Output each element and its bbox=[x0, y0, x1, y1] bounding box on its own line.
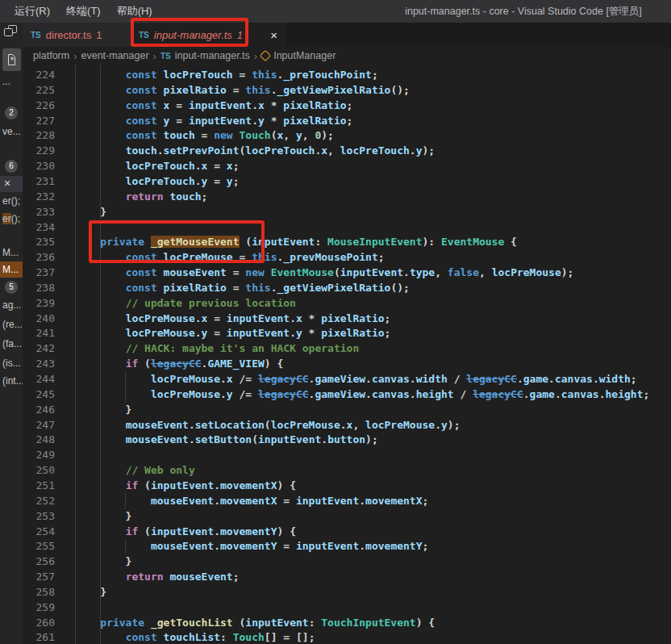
code-line-230[interactable]: 230 locPreTouch.x = x; bbox=[23, 158, 671, 174]
code-line-228[interactable]: 228 const touch = new Touch(x, y, 0); bbox=[23, 128, 671, 143]
code-line-241[interactable]: 241 locPreMouse.y = inputEvent.y * pixel… bbox=[23, 325, 671, 341]
code-editor[interactable]: 224 const locPreTouch = this._preTouchPo… bbox=[23, 65, 671, 644]
line-number[interactable]: 248 bbox=[23, 432, 55, 447]
line-number[interactable]: 236 bbox=[23, 249, 55, 265]
menu-item-terminal[interactable]: 终端(T) bbox=[58, 0, 109, 23]
code-line-251[interactable]: 251 if (inputEvent.movementX) { bbox=[23, 478, 671, 493]
line-number[interactable]: 226 bbox=[23, 98, 55, 113]
code-line-255[interactable]: 255 mouseEvent.movementY = inputEvent.mo… bbox=[23, 538, 671, 554]
line-number[interactable]: 224 bbox=[23, 67, 55, 82]
code-line-236[interactable]: 236 const locPreMouse = this._prevMouseP… bbox=[23, 249, 671, 265]
match-count-badge[interactable]: 6 bbox=[5, 160, 18, 173]
line-number[interactable]: 252 bbox=[23, 493, 55, 508]
code-line-238[interactable]: 238 const pixelRatio = this._getViewPixe… bbox=[23, 280, 671, 295]
match-count-badge[interactable]: 2 bbox=[5, 107, 18, 119]
line-number[interactable]: 231 bbox=[23, 174, 55, 189]
line-number[interactable]: 240 bbox=[23, 311, 55, 326]
line-number[interactable]: 238 bbox=[23, 280, 55, 295]
code-line-227[interactable]: 227 const y = inputEvent.y * pixelRatio; bbox=[23, 113, 671, 128]
line-number[interactable]: 253 bbox=[23, 508, 55, 524]
close-icon[interactable]: × bbox=[270, 29, 277, 41]
line-number[interactable]: 244 bbox=[23, 371, 55, 387]
code-line-225[interactable]: 225 const pixelRatio = this._getViewPixe… bbox=[23, 82, 671, 98]
code-line-253[interactable]: 253 } bbox=[23, 508, 671, 524]
search-result-fragment[interactable]: er(); bbox=[2, 195, 20, 207]
line-number[interactable]: 245 bbox=[23, 387, 55, 402]
code-line-261[interactable]: 261 const touchList: Touch[] = []; bbox=[23, 629, 671, 644]
code-line-229[interactable]: 229 touch.setPrevPoint(locPreTouch.x, lo… bbox=[23, 143, 671, 158]
code-line-232[interactable]: 232 return touch; bbox=[23, 189, 671, 204]
line-number[interactable]: 234 bbox=[23, 220, 55, 235]
code-line-247[interactable]: 247 mouseEvent.setLocation(locPreMouse.x… bbox=[23, 417, 671, 433]
line-number[interactable]: 243 bbox=[23, 356, 55, 371]
code-line-249[interactable]: 249 bbox=[23, 447, 671, 462]
line-number[interactable]: 251 bbox=[23, 478, 55, 493]
line-number[interactable]: 256 bbox=[23, 554, 55, 569]
line-number[interactable]: 260 bbox=[23, 615, 55, 630]
line-number[interactable]: 259 bbox=[23, 600, 55, 615]
code-line-231[interactable]: 231 locPreTouch.y = y; bbox=[23, 174, 671, 189]
menu-item-help[interactable]: 帮助(H) bbox=[109, 0, 160, 23]
selected-result-fragment[interactable]: M... bbox=[0, 261, 23, 278]
code-line-226[interactable]: 226 const x = inputEvent.x * pixelRatio; bbox=[23, 98, 671, 113]
line-number[interactable]: 250 bbox=[23, 462, 55, 478]
line-number[interactable]: 225 bbox=[23, 82, 55, 98]
search-result-fragment[interactable]: (fa... bbox=[2, 338, 22, 349]
code-line-246[interactable]: 246 } bbox=[23, 402, 671, 417]
line-number[interactable]: 227 bbox=[23, 113, 55, 128]
code-line-260[interactable]: 260 private _getTouchList (inputEvent: T… bbox=[23, 615, 671, 630]
code-line-234[interactable]: 234 bbox=[23, 220, 671, 235]
line-number[interactable]: 255 bbox=[23, 538, 55, 554]
new-search-editor-icon[interactable]: * bbox=[2, 48, 21, 71]
code-line-254[interactable]: 254 if (inputEvent.movementY) { bbox=[23, 524, 671, 539]
line-number[interactable]: 254 bbox=[23, 524, 55, 539]
close-icon[interactable]: × bbox=[0, 176, 23, 192]
code-line-259[interactable]: 259 bbox=[23, 600, 671, 615]
line-number[interactable]: 246 bbox=[23, 402, 55, 417]
code-line-244[interactable]: 244 locPreMouse.x /= legacyCC.gameView.c… bbox=[23, 371, 671, 387]
code-line-233[interactable]: 233 } bbox=[23, 204, 671, 220]
code-line-257[interactable]: 257 return mouseEvent; bbox=[23, 569, 671, 584]
breadcrumb-item-input-manager-ts[interactable]: TSinput-manager.ts bbox=[160, 50, 250, 61]
code-line-235[interactable]: 235 private _getMouseEvent (inputEvent: … bbox=[23, 234, 671, 249]
search-result-fragment[interactable]: (re... bbox=[2, 319, 23, 330]
line-number[interactable]: 232 bbox=[23, 189, 55, 204]
line-number[interactable]: 257 bbox=[23, 569, 55, 584]
code-line-239[interactable]: 239 // update previous location bbox=[23, 295, 671, 311]
code-line-250[interactable]: 250 // Web only bbox=[23, 462, 671, 478]
line-number[interactable]: 229 bbox=[23, 143, 55, 158]
tab-director[interactable]: TS director.ts 1 bbox=[23, 23, 131, 47]
search-result-fragment[interactable]: ve... bbox=[2, 126, 21, 137]
code-line-256[interactable]: 256 } bbox=[23, 554, 671, 569]
code-line-258[interactable]: 258 } bbox=[23, 584, 671, 600]
search-result-fragment[interactable]: (is... bbox=[2, 358, 21, 369]
line-number[interactable]: 249 bbox=[23, 447, 55, 462]
match-count-badge[interactable]: 5 bbox=[5, 281, 18, 294]
line-number[interactable]: 247 bbox=[23, 417, 55, 433]
code-line-245[interactable]: 245 locPreMouse.y /= legacyCC.gameView.c… bbox=[23, 387, 671, 402]
breadcrumb-item-event-manager[interactable]: event-manager bbox=[81, 50, 149, 61]
line-number[interactable]: 237 bbox=[23, 265, 55, 280]
code-line-240[interactable]: 240 locPreMouse.x = inputEvent.x * pixel… bbox=[23, 311, 671, 326]
line-number[interactable]: 228 bbox=[23, 128, 55, 143]
code-line-252[interactable]: 252 mouseEvent.movementX = inputEvent.mo… bbox=[23, 493, 671, 508]
code-line-248[interactable]: 248 mouseEvent.setButton(inputEvent.butt… bbox=[23, 432, 671, 447]
line-number[interactable]: 258 bbox=[23, 584, 55, 600]
line-number[interactable]: 241 bbox=[23, 325, 55, 341]
search-result-fragment[interactable]: ag... bbox=[2, 299, 21, 311]
tab-input-manager[interactable]: TS input-manager.ts 1 × bbox=[131, 23, 285, 47]
line-number[interactable]: 239 bbox=[23, 295, 55, 311]
search-result-fragment[interactable]: (int... bbox=[2, 375, 23, 387]
line-number[interactable]: 235 bbox=[23, 234, 55, 249]
line-number[interactable]: 261 bbox=[23, 629, 55, 644]
line-number[interactable]: 233 bbox=[23, 204, 55, 220]
search-match-fragment[interactable]: er(); bbox=[2, 213, 20, 224]
code-line-237[interactable]: 237 const mouseEvent = new EventMouse(in… bbox=[23, 265, 671, 280]
line-number[interactable]: 230 bbox=[23, 158, 55, 174]
code-line-224[interactable]: 224 const locPreTouch = this._preTouchPo… bbox=[23, 67, 671, 82]
code-line-243[interactable]: 243 if (legacyCC.GAME_VIEW) { bbox=[23, 356, 671, 371]
code-line-242[interactable]: 242 // HACK: maybe it's an HACK operatio… bbox=[23, 341, 671, 356]
line-number[interactable]: 242 bbox=[23, 341, 55, 356]
breadcrumb-item-inputmanager[interactable]: InputManager bbox=[261, 50, 336, 61]
search-result-fragment[interactable]: M... bbox=[2, 247, 19, 258]
